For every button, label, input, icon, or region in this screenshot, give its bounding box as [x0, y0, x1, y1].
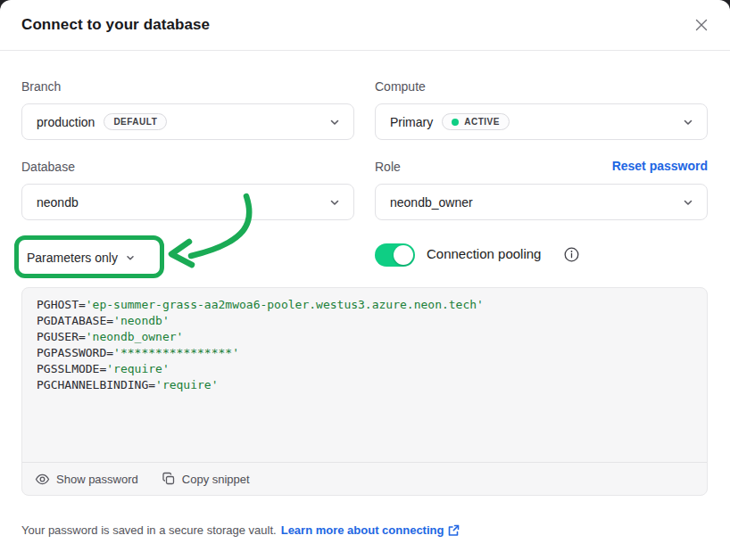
eye-icon [35, 472, 50, 487]
active-badge: ACTIVE [442, 113, 510, 130]
external-link-icon [447, 524, 460, 537]
toggle-knob [394, 245, 413, 265]
copy-snippet-button[interactable]: Copy snippet [162, 472, 250, 486]
snippet-footer: Show password Copy snippet [22, 462, 707, 495]
copy-icon [162, 472, 176, 486]
compute-value: Primary [390, 115, 433, 129]
dialog-header: Connect to your database [0, 0, 730, 51]
show-password-button[interactable]: Show password [35, 472, 138, 487]
compute-label: Compute [375, 79, 426, 94]
database-select[interactable]: neondb [21, 184, 354, 220]
connection-snippet-panel: PGHOST='ep-summer-grass-aa2mwoa6-pooler.… [21, 287, 708, 496]
role-value: neondb_owner [390, 195, 473, 210]
dialog-title: Connect to your database [21, 16, 210, 34]
view-mode-select[interactable]: Parameters only [20, 242, 159, 273]
branch-label: Branch [21, 79, 61, 94]
info-icon[interactable] [564, 247, 579, 262]
role-label: Role [375, 160, 401, 174]
branch-value: production [37, 115, 95, 129]
chevron-down-icon [682, 196, 694, 209]
connection-pooling-toggle[interactable] [375, 243, 415, 267]
view-mode-value: Parameters only [27, 251, 118, 265]
chevron-down-icon [328, 116, 341, 128]
password-note: Your password is saved in a secure stora… [21, 523, 460, 537]
learn-more-link[interactable]: Learn more about connecting [281, 523, 460, 537]
reset-password-link[interactable]: Reset password [612, 159, 708, 173]
connection-snippet-code: PGHOST='ep-summer-grass-aa2mwoa6-pooler.… [22, 288, 707, 402]
close-icon[interactable] [693, 16, 710, 34]
connect-database-dialog: Connect to your database Branch producti… [0, 0, 730, 560]
database-value: neondb [37, 195, 79, 210]
compute-select[interactable]: Primary ACTIVE [375, 103, 708, 140]
chevron-down-icon [125, 252, 136, 263]
chevron-down-icon [682, 116, 694, 128]
default-badge: DEFAULT [104, 113, 167, 130]
role-select[interactable]: neondb_owner [375, 184, 708, 220]
branch-select[interactable]: production DEFAULT [21, 103, 354, 140]
active-dot-icon [452, 119, 459, 126]
connection-pooling-label: Connection pooling [427, 246, 541, 261]
chevron-down-icon [328, 196, 341, 209]
database-label: Database [21, 160, 75, 174]
